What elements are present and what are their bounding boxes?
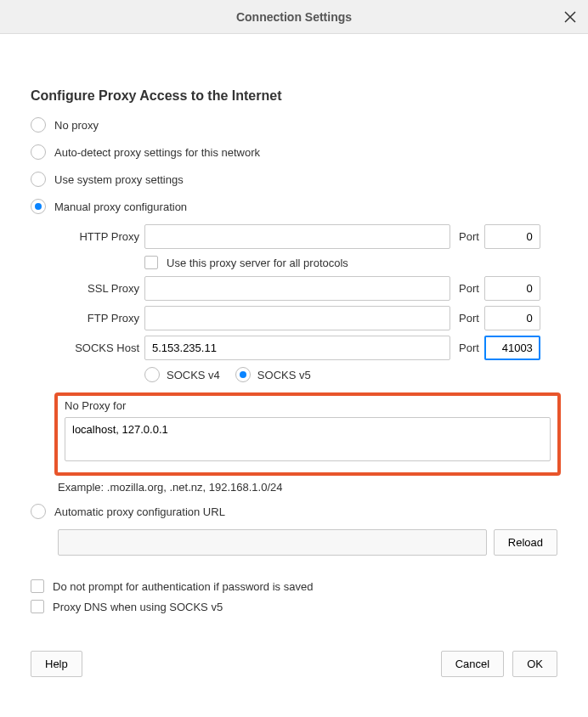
pac-section: Reload (58, 529, 557, 556)
ssl-proxy-row: SSL Proxy Port (58, 276, 557, 301)
checkbox-icon[interactable] (31, 579, 44, 593)
option-no-proxy[interactable]: No proxy (31, 116, 557, 134)
option-auto-detect[interactable]: Auto-detect proxy settings for this netw… (31, 143, 557, 161)
cancel-button[interactable]: Cancel (441, 651, 504, 677)
http-port-input[interactable] (484, 224, 540, 249)
http-proxy-input[interactable] (144, 224, 450, 249)
ftp-proxy-input[interactable] (144, 306, 450, 330)
ssl-port-input[interactable] (484, 276, 540, 301)
option-label: No proxy (54, 119, 99, 132)
radio-icon[interactable] (31, 172, 46, 187)
option-label: Automatic proxy configuration URL (54, 505, 225, 518)
ssl-proxy-input[interactable] (144, 276, 450, 301)
socks-version-row: SOCKS v4 SOCKS v5 (144, 367, 557, 382)
socks-host-row: SOCKS Host Port (58, 336, 557, 360)
ssl-proxy-label: SSL Proxy (58, 282, 139, 295)
socks-host-input[interactable] (144, 336, 450, 360)
page-heading: Configure Proxy Access to the Internet (31, 88, 557, 104)
radio-icon[interactable] (31, 144, 46, 160)
radio-icon[interactable] (31, 117, 46, 133)
port-label: Port (459, 230, 479, 243)
no-proxy-highlight: No Proxy for (54, 392, 561, 476)
use-all-protocols-row[interactable]: Use this proxy server for all protocols (144, 256, 557, 269)
no-proxy-textarea[interactable] (65, 417, 551, 461)
port-label: Port (459, 342, 479, 354)
help-button[interactable]: Help (31, 651, 82, 677)
ftp-proxy-label: FTP Proxy (58, 312, 139, 325)
radio-icon[interactable] (235, 367, 251, 382)
option-label: Auto-detect proxy settings for this netw… (54, 146, 260, 159)
option-auto-url[interactable]: Automatic proxy configuration URL (31, 502, 557, 521)
http-proxy-row: HTTP Proxy Port (58, 224, 557, 249)
option-manual-proxy[interactable]: Manual proxy configuration (31, 197, 557, 216)
socks-v5-label: SOCKS v5 (257, 369, 311, 381)
titlebar-title: Connection Settings (236, 10, 352, 24)
dialog-footer: Help Cancel OK (31, 651, 557, 677)
use-all-protocols-label: Use this proxy server for all protocols (167, 257, 348, 269)
checkbox-icon[interactable] (144, 256, 158, 269)
close-icon[interactable] (564, 11, 576, 23)
no-proxy-example: Example: .mozilla.org, .net.nz, 192.168.… (58, 481, 557, 494)
checkbox-icon[interactable] (31, 600, 44, 613)
ftp-proxy-row: FTP Proxy Port (58, 306, 557, 330)
socks-v4-label: SOCKS v4 (167, 369, 220, 381)
socks-host-label: SOCKS Host (58, 342, 139, 354)
socks-port-input[interactable] (484, 336, 540, 360)
option-label: Use system proxy settings (54, 173, 184, 186)
proxy-dns-label: Proxy DNS when using SOCKS v5 (53, 601, 223, 613)
proxy-dns-row[interactable]: Proxy DNS when using SOCKS v5 (31, 600, 557, 613)
manual-proxy-section: HTTP Proxy Port Use this proxy server fo… (58, 224, 557, 494)
no-auth-prompt-label: Do not prompt for authentication if pass… (53, 580, 313, 593)
radio-icon[interactable] (31, 504, 46, 519)
ftp-port-input[interactable] (484, 306, 540, 330)
reload-button[interactable]: Reload (494, 529, 557, 556)
port-label: Port (459, 312, 479, 325)
http-proxy-label: HTTP Proxy (58, 230, 139, 243)
no-proxy-label: No Proxy for (65, 399, 551, 412)
radio-icon[interactable] (31, 199, 46, 214)
pac-url-input[interactable] (58, 529, 487, 556)
port-label: Port (459, 282, 479, 295)
option-system-proxy[interactable]: Use system proxy settings (31, 170, 557, 189)
radio-icon[interactable] (144, 367, 160, 382)
titlebar: Connection Settings (0, 0, 588, 34)
option-label: Manual proxy configuration (54, 200, 187, 213)
ok-button[interactable]: OK (512, 651, 557, 677)
content-area: Configure Proxy Access to the Internet N… (0, 34, 588, 696)
no-auth-prompt-row[interactable]: Do not prompt for authentication if pass… (31, 579, 557, 593)
